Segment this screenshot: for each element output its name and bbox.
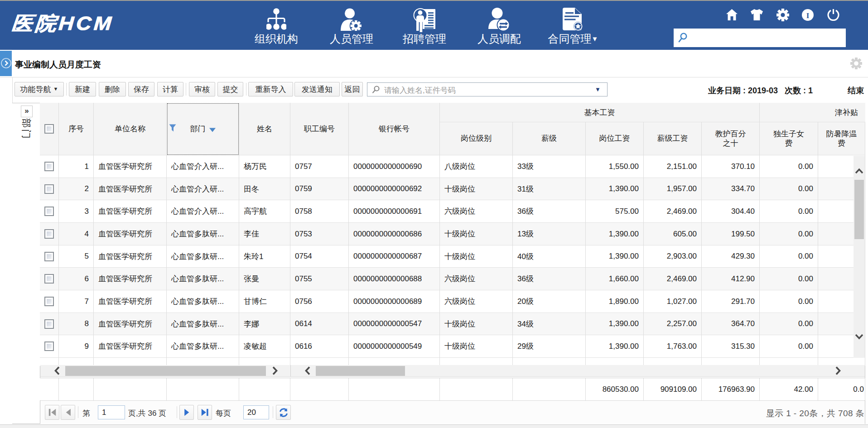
svg-text:I: I <box>806 11 810 20</box>
